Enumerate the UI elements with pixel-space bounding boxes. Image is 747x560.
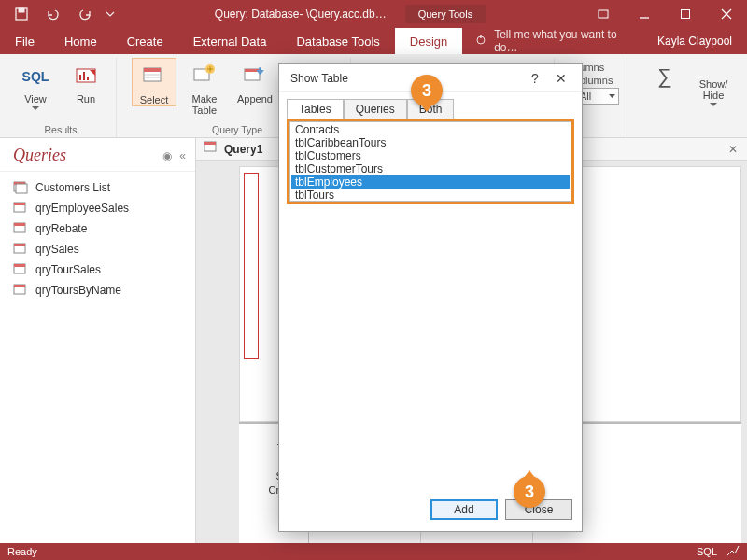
navigation-list: Customers List qryEmployeeSales qryRebat… xyxy=(0,172,195,306)
document-close-icon[interactable]: ✕ xyxy=(719,143,747,156)
nav-item-label: qrySales xyxy=(35,243,79,256)
nav-item-label: qryTourSales xyxy=(35,263,101,276)
svg-rect-11 xyxy=(144,68,161,72)
title-center: Query: Database- \Query.acc.db… Query To… xyxy=(118,5,583,23)
run-button[interactable]: Run xyxy=(63,58,108,105)
nav-item-label: Customers List xyxy=(35,181,110,194)
svg-rect-2 xyxy=(599,10,608,18)
sql-icon: SQL xyxy=(21,62,50,91)
query-icon xyxy=(13,181,28,194)
nav-item-label: qryEmployeeSales xyxy=(35,202,129,215)
svg-rect-8 xyxy=(481,35,482,38)
callout-3-top: 3 xyxy=(411,75,443,106)
redo-icon[interactable] xyxy=(71,3,99,25)
svg-rect-29 xyxy=(16,184,27,193)
svg-rect-37 xyxy=(14,264,25,267)
svg-rect-1 xyxy=(19,8,24,12)
ribbon-group-label: Results xyxy=(44,124,77,137)
select-query-icon xyxy=(139,63,169,92)
nav-filter-icon[interactable]: ◉ xyxy=(162,149,172,162)
query-icon xyxy=(13,222,28,235)
nav-item-label: qryRebate xyxy=(35,222,87,235)
contextual-tab-label: Query Tools xyxy=(405,5,486,23)
list-item[interactable]: tblTours xyxy=(291,189,570,202)
view-button[interactable]: SQL View xyxy=(13,58,58,111)
nav-item[interactable]: qryTourSales xyxy=(0,259,195,280)
nav-item[interactable]: qryToursByName xyxy=(0,280,195,301)
query-icon xyxy=(204,141,218,157)
tell-me-search[interactable]: Tell me what you want to do… xyxy=(462,28,642,54)
make-table-button[interactable]: Make Table xyxy=(182,58,227,116)
tab-database-tools[interactable]: Database Tools xyxy=(281,28,394,54)
dialog-tab-tables[interactable]: Tables xyxy=(287,99,344,119)
window-title: Query: Database- \Query.acc.db… xyxy=(215,7,387,21)
append-button[interactable]: Append xyxy=(233,58,277,105)
title-bar: Query: Database- \Query.acc.db… Query To… xyxy=(0,0,747,28)
ribbon-group-label: Query Type xyxy=(212,124,262,137)
tables-listbox[interactable]: Contacts tblCaribbeanTours tblCustomers … xyxy=(289,121,571,202)
make-table-icon xyxy=(190,62,219,91)
qat-customize-icon[interactable] xyxy=(103,3,118,25)
table-placeholder[interactable] xyxy=(244,173,259,359)
callout-3-bottom: 3 xyxy=(514,476,545,508)
svg-rect-4 xyxy=(682,10,690,19)
sigma-icon: ∑ xyxy=(650,62,680,91)
svg-rect-33 xyxy=(14,223,25,226)
list-item[interactable]: tblCaribbeanTours xyxy=(291,136,570,149)
show-table-dialog: Show Table ? ✕ Tables Queries Both Conta… xyxy=(278,63,583,532)
list-item[interactable]: tblCustomerTours xyxy=(291,162,570,175)
svg-rect-41 xyxy=(204,142,216,145)
list-item[interactable]: Contacts xyxy=(291,123,570,136)
dialog-tab-queries[interactable]: Queries xyxy=(344,99,407,119)
ribbon-group-showhide: ∑ Show/ Hide xyxy=(635,58,741,137)
select-query-button[interactable]: Select xyxy=(132,58,176,106)
nav-item-label: qryToursByName xyxy=(35,284,121,297)
nav-item[interactable]: qrySales xyxy=(0,239,195,259)
maximize-icon[interactable] xyxy=(665,0,706,28)
totals-button[interactable]: ∑ xyxy=(642,58,687,91)
tab-design[interactable]: Design xyxy=(395,28,462,54)
undo-icon[interactable] xyxy=(39,3,67,25)
ribbon-group-results: SQL View Run Results xyxy=(6,58,117,137)
ribbon-display-options-icon[interactable] xyxy=(583,0,624,28)
dialog-close-icon[interactable]: ✕ xyxy=(548,71,574,86)
dialog-title: Show Table xyxy=(290,72,348,85)
tab-create[interactable]: Create xyxy=(112,28,178,54)
show-hide-button[interactable]: Show/ Hide xyxy=(693,58,734,107)
tell-me-placeholder: Tell me what you want to do… xyxy=(494,28,642,54)
list-item[interactable]: tblCustomers xyxy=(291,149,570,162)
query-icon xyxy=(13,263,28,276)
tab-home[interactable]: Home xyxy=(49,28,112,54)
add-button[interactable]: Add xyxy=(430,499,498,520)
query-icon xyxy=(13,243,28,256)
view-design-button[interactable] xyxy=(726,545,740,558)
svg-rect-31 xyxy=(14,203,25,205)
user-name[interactable]: Kayla Claypool xyxy=(642,28,747,54)
query-icon xyxy=(13,284,28,297)
window-controls xyxy=(583,0,747,28)
append-icon xyxy=(240,62,270,91)
run-icon xyxy=(71,62,101,91)
nav-item[interactable]: qryRebate xyxy=(0,218,195,239)
status-text: Ready xyxy=(7,546,37,557)
document-tab-label[interactable]: Query1 xyxy=(224,143,262,156)
close-icon[interactable] xyxy=(706,0,747,28)
dialog-list-highlight: Contacts tblCaribbeanTours tblCustomers … xyxy=(287,119,574,204)
tab-file[interactable]: File xyxy=(0,28,49,54)
menu-bar: File Home Create External Data Database … xyxy=(0,28,747,54)
svg-rect-35 xyxy=(14,244,25,246)
list-item-selected[interactable]: tblEmployees xyxy=(291,175,570,189)
view-sql-button[interactable]: SQL xyxy=(697,546,717,557)
query-icon xyxy=(13,202,28,215)
quick-access-toolbar xyxy=(0,3,118,25)
dialog-help-icon[interactable]: ? xyxy=(522,71,548,86)
status-bar: Ready SQL xyxy=(0,543,747,560)
tab-external-data[interactable]: External Data xyxy=(178,28,282,54)
navigation-pane: Queries ◉ « Customers List qryEmployeeSa… xyxy=(0,138,196,543)
nav-collapse-icon[interactable]: « xyxy=(172,149,186,162)
nav-item[interactable]: qryEmployeeSales xyxy=(0,198,195,218)
nav-item[interactable]: Customers List xyxy=(0,177,195,198)
minimize-icon[interactable] xyxy=(624,0,665,28)
navigation-pane-title: Queries xyxy=(13,146,162,165)
save-icon[interactable] xyxy=(7,3,35,25)
